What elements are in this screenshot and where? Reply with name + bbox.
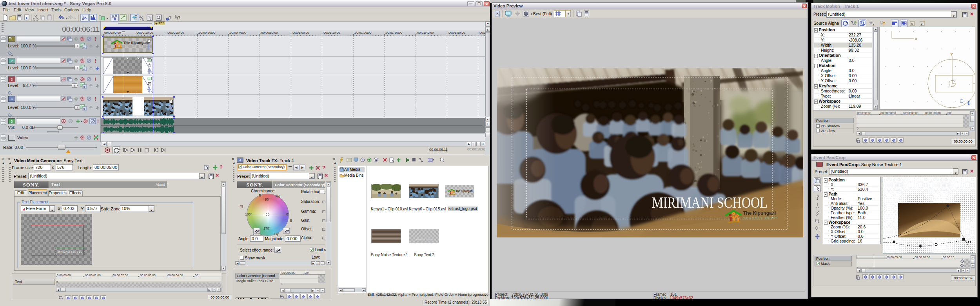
- svg-text:SCHOOLS TRUST: SCHOOLS TRUST: [456, 192, 474, 195]
- svg-text:?: ?: [178, 15, 180, 20]
- svg-text:x: x: [911, 22, 913, 25]
- svg-text:y: y: [921, 22, 922, 25]
- svg-text:!: !: [94, 77, 96, 82]
- svg-text:α: α: [83, 85, 85, 89]
- svg-text:The Kipungani: The Kipungani: [743, 210, 776, 216]
- svg-text:α: α: [83, 67, 85, 71]
- svg-text:x: x: [873, 23, 875, 27]
- svg-text:MIRIMANI SCHOOL: MIRIMANI SCHOOL: [652, 194, 768, 211]
- svg-text:The Kipungani: The Kipungani: [123, 40, 149, 45]
- svg-text:!: !: [97, 119, 99, 124]
- svg-text:Y: Y: [951, 53, 953, 56]
- svg-text:x: x: [915, 37, 917, 40]
- svg-text:!: !: [94, 58, 96, 64]
- svg-text:α: α: [83, 45, 85, 49]
- svg-text:!: !: [94, 96, 96, 102]
- svg-text:α: α: [83, 107, 85, 110]
- svg-text:!: !: [94, 36, 96, 42]
